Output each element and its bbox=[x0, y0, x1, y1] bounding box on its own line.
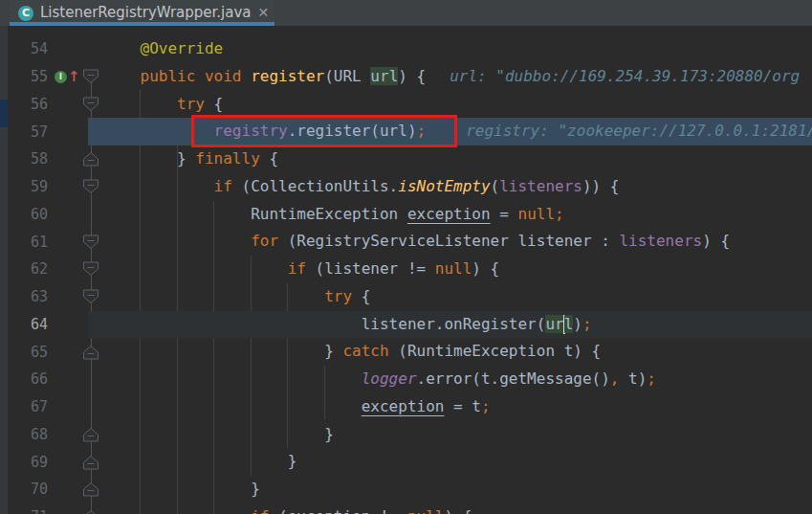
line-number[interactable]: 68 bbox=[8, 426, 48, 443]
code-line[interactable]: 64 listener.onRegister(url); bbox=[8, 311, 812, 339]
line-number[interactable]: 57 bbox=[8, 123, 48, 141]
code-text[interactable]: if (listener != null) { bbox=[99, 256, 499, 283]
gutter: 58 bbox=[8, 145, 99, 173]
code-text[interactable]: @Override bbox=[99, 35, 223, 63]
code-text[interactable]: } catch (RuntimeException t) { bbox=[99, 338, 601, 366]
code-rows: 54 @Override55I↑ public void register(UR… bbox=[8, 26, 812, 514]
code-text[interactable]: try { bbox=[99, 91, 223, 119]
code-text[interactable]: listener.onRegister(url); bbox=[99, 311, 592, 339]
gutter: 61 bbox=[8, 228, 99, 256]
code-text[interactable]: try { bbox=[99, 283, 370, 311]
line-number[interactable]: 71 bbox=[8, 508, 48, 514]
annotation-highlight-box bbox=[191, 115, 457, 147]
gutter: 69 bbox=[8, 448, 99, 476]
code-text[interactable]: logger.error(t.getMessage(), t); bbox=[99, 366, 656, 393]
gutter: 67 bbox=[8, 393, 99, 421]
gutter: 62 bbox=[8, 256, 99, 283]
line-number[interactable]: 62 bbox=[8, 260, 48, 278]
tab-title: ListenerRegistryWrapper.java bbox=[40, 0, 252, 26]
implements-method-icon[interactable]: I bbox=[55, 71, 67, 83]
code-line[interactable]: 55I↑ public void register(URL url) {url:… bbox=[8, 63, 812, 91]
fold-collapse-icon[interactable] bbox=[82, 179, 99, 194]
fold-collapse-icon[interactable] bbox=[82, 261, 99, 277]
gutter: 66 bbox=[8, 366, 99, 393]
tab-close-icon[interactable]: ✕ bbox=[258, 0, 270, 26]
code-line[interactable]: 69 } bbox=[8, 448, 812, 476]
fold-expand-icon[interactable] bbox=[82, 481, 99, 497]
java-class-icon: C bbox=[18, 6, 33, 21]
code-text[interactable]: } bbox=[99, 448, 296, 476]
fold-expand-icon[interactable] bbox=[82, 455, 99, 470]
code-line[interactable]: 66 logger.error(t.getMessage(), t); bbox=[8, 366, 812, 393]
fold-collapse-icon[interactable] bbox=[82, 289, 99, 304]
gutter: 70 bbox=[8, 476, 99, 503]
gutter-icons: I↑ bbox=[48, 71, 82, 83]
gutter: 64 bbox=[8, 311, 99, 339]
editor-tab-bar: C ListenerRegistryWrapper.java ✕ bbox=[0, 0, 812, 26]
line-number[interactable]: 56 bbox=[8, 96, 48, 113]
override-up-arrow-icon[interactable]: ↑ bbox=[68, 71, 80, 83]
fold-collapse-icon[interactable] bbox=[82, 235, 99, 250]
code-line[interactable]: 62 if (listener != null) { bbox=[8, 256, 812, 283]
gutter: 59 bbox=[8, 173, 99, 201]
gutter: 60 bbox=[8, 201, 99, 229]
left-edge-strip bbox=[0, 26, 8, 514]
code-line[interactable]: 61 for (RegistryServiceListener listener… bbox=[8, 228, 812, 256]
gutter: 55I↑ bbox=[8, 63, 99, 91]
line-number[interactable]: 59 bbox=[8, 178, 48, 195]
code-line[interactable]: 67 exception = t; bbox=[8, 393, 812, 421]
code-line[interactable]: 71 if (exception != null) { bbox=[8, 503, 812, 514]
code-text[interactable]: public void register(URL url) { bbox=[99, 63, 426, 91]
code-text[interactable]: if (exception != null) { bbox=[99, 503, 472, 514]
gutter: 71 bbox=[8, 503, 99, 514]
line-number[interactable]: 65 bbox=[8, 344, 48, 361]
fold-collapse-icon[interactable] bbox=[82, 69, 99, 84]
line-number[interactable]: 58 bbox=[8, 150, 48, 168]
code-line[interactable]: 56 try { bbox=[8, 91, 812, 119]
code-text[interactable]: for (RegistryServiceListener listener : … bbox=[99, 228, 730, 256]
line-number[interactable]: 63 bbox=[8, 288, 48, 305]
code-line[interactable]: 68 } bbox=[8, 421, 812, 449]
line-number[interactable]: 69 bbox=[8, 454, 48, 471]
code-text[interactable]: exception = t; bbox=[99, 393, 491, 421]
code-text[interactable]: } bbox=[99, 476, 260, 503]
fold-expand-icon[interactable] bbox=[82, 427, 99, 442]
gutter: 56 bbox=[8, 91, 99, 119]
code-text[interactable]: RuntimeException exception = null; bbox=[99, 201, 564, 229]
code-editor: 54 @Override55I↑ public void register(UR… bbox=[0, 26, 812, 514]
line-number[interactable]: 70 bbox=[8, 480, 48, 498]
fold-collapse-icon[interactable] bbox=[82, 97, 99, 112]
debugger-inline-value: url: "dubbo://169.254.39.173:20880/org bbox=[450, 63, 800, 91]
code-line[interactable]: 65 } catch (RuntimeException t) { bbox=[8, 338, 812, 366]
tab-listener-registry-wrapper[interactable]: C ListenerRegistryWrapper.java ✕ bbox=[10, 0, 274, 26]
fold-expand-icon[interactable] bbox=[82, 509, 99, 514]
gutter: 54 bbox=[8, 35, 99, 63]
code-line[interactable]: 59 if (CollectionUtils.isNotEmpty(listen… bbox=[8, 173, 812, 201]
code-line[interactable]: 70 } bbox=[8, 476, 812, 503]
code-line[interactable]: 58 } finally { bbox=[8, 145, 812, 173]
line-number[interactable]: 66 bbox=[8, 370, 48, 388]
code-line[interactable]: 54 @Override bbox=[8, 35, 812, 63]
line-number[interactable]: 60 bbox=[8, 206, 48, 223]
line-number[interactable]: 67 bbox=[8, 398, 48, 415]
fold-expand-icon[interactable] bbox=[82, 345, 99, 360]
line-number[interactable]: 54 bbox=[8, 40, 48, 57]
gutter: 63 bbox=[8, 283, 99, 311]
code-line[interactable]: 63 try { bbox=[8, 283, 812, 311]
gutter: 65 bbox=[8, 338, 99, 366]
left-strip-selection bbox=[0, 100, 8, 127]
code-text[interactable]: if (CollectionUtils.isNotEmpty(listeners… bbox=[99, 173, 619, 201]
code-text[interactable]: } finally { bbox=[99, 145, 278, 173]
fold-expand-icon[interactable] bbox=[82, 151, 99, 167]
gutter: 57 bbox=[8, 118, 99, 145]
line-number[interactable]: 61 bbox=[8, 234, 48, 251]
line-number[interactable]: 55 bbox=[8, 68, 48, 85]
gutter: 68 bbox=[8, 421, 99, 449]
line-number[interactable]: 64 bbox=[8, 316, 48, 333]
code-line[interactable]: 60 RuntimeException exception = null; bbox=[8, 201, 812, 229]
code-text[interactable]: } bbox=[99, 421, 334, 449]
debugger-inline-value: registry: "zookeeper://127.0.0.1:2181/ bbox=[466, 118, 812, 145]
